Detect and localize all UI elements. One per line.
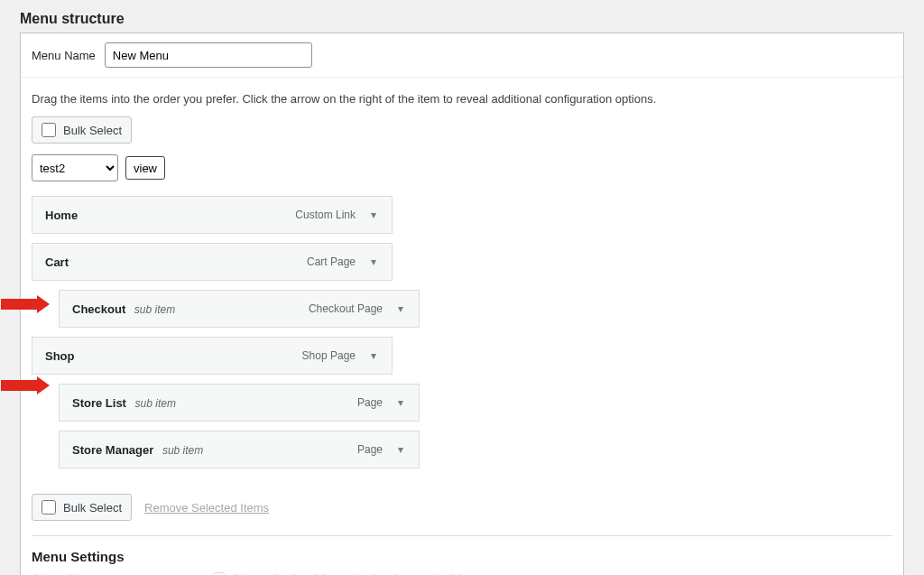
menu-items-list: Home Custom Link ▾ Cart Cart Page ▾ Chec… (21, 189, 903, 488)
menu-item-type: Custom Link (295, 209, 356, 221)
bulk-select-label: Bulk Select (63, 501, 122, 515)
caret-down-icon[interactable]: ▾ (363, 251, 384, 273)
caret-down-icon[interactable]: ▾ (363, 204, 384, 226)
caret-down-icon[interactable]: ▾ (390, 392, 411, 413)
instructions-text: Drag the items into the order you prefer… (21, 78, 903, 116)
menu-name-label: Menu Name (32, 49, 96, 62)
menu-item-title: Store Manager (72, 443, 153, 457)
menu-item-store-list[interactable]: Store List sub item Page ▾ (59, 384, 420, 422)
bulk-select-bottom[interactable]: Bulk Select (32, 494, 132, 521)
menu-item-cart[interactable]: Cart Cart Page ▾ (32, 243, 393, 281)
menu-name-input[interactable] (105, 42, 312, 68)
menu-item-subtext: sub item (134, 303, 175, 316)
page-title: Menu structure (0, 0, 924, 32)
arrow-annotation-icon (1, 376, 50, 394)
menu-settings-title: Menu Settings (21, 536, 903, 571)
menu-item-title: Checkout (72, 302, 125, 316)
arrow-annotation-icon (1, 295, 50, 313)
menu-item-title: Home (45, 209, 78, 222)
bulk-select-top[interactable]: Bulk Select (32, 116, 132, 144)
menu-item-type: Page (357, 396, 383, 409)
caret-down-icon[interactable]: ▾ (390, 298, 411, 320)
svg-marker-0 (1, 295, 50, 313)
bulk-select-checkbox-bottom[interactable] (42, 500, 56, 515)
menu-item-subtext: sub item (162, 444, 203, 457)
bulk-select-bottom-row: Bulk Select Remove Selected Items (21, 488, 903, 535)
menu-structure-panel: Menu Name Drag the items into the order … (20, 32, 904, 575)
menu-item-store-manager[interactable]: Store Manager sub item Page ▾ (59, 431, 420, 468)
menu-item-type: Page (357, 443, 383, 456)
menu-item-type: Cart Page (307, 255, 356, 268)
svg-marker-1 (1, 376, 50, 394)
auto-add-pages-desc: Automatically add new top-level pages to… (232, 571, 499, 575)
caret-down-icon[interactable]: ▾ (363, 345, 384, 366)
caret-down-icon[interactable]: ▾ (390, 439, 411, 460)
menu-item-subtext: sub item (135, 397, 176, 410)
menu-item-type: Shop Page (302, 349, 356, 362)
view-button[interactable]: view (125, 156, 165, 180)
auto-add-pages-row: Auto add pages Automatically add new top… (21, 571, 903, 575)
menu-item-checkout[interactable]: Checkout sub item Checkout Page ▾ (59, 290, 420, 328)
menu-name-row: Menu Name (21, 33, 903, 78)
menu-item-type: Checkout Page (309, 302, 383, 315)
menu-view-select[interactable]: test2 (32, 154, 118, 181)
bulk-select-checkbox-top[interactable] (42, 123, 56, 137)
menu-item-title: Store List (72, 396, 126, 410)
menu-item-home[interactable]: Home Custom Link ▾ (32, 196, 393, 234)
menu-item-title: Cart (45, 255, 69, 269)
auto-add-pages-label: Auto add pages (32, 571, 114, 575)
remove-selected-link[interactable]: Remove Selected Items (144, 501, 269, 515)
bulk-select-label: Bulk Select (63, 124, 122, 137)
view-select-row: test2 view (21, 144, 903, 189)
menu-item-title: Shop (45, 349, 75, 363)
menu-item-shop[interactable]: Shop Shop Page ▾ (32, 337, 393, 375)
